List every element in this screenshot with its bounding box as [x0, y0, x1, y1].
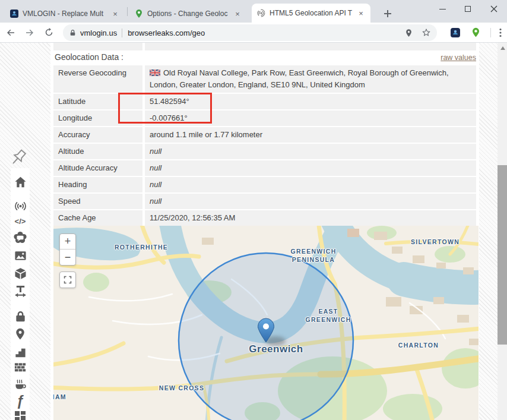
row-label: Altitude	[53, 144, 142, 159]
table-row: Accuracy around 1.1 mile or 1.77 kilomet…	[53, 127, 476, 143]
reload-button[interactable]	[40, 24, 57, 41]
table-row: Speed null	[53, 194, 476, 209]
table-row: Longitude -0.007661°	[53, 110, 476, 126]
map-label-rotherhithe: ROTHERHITHE	[115, 243, 168, 251]
sidebar-item-java[interactable]	[12, 375, 28, 392]
url-path: browserleaks.com/geo	[128, 29, 205, 37]
geolocation-indicator[interactable]	[404, 29, 413, 37]
scrollbar-up-arrow-icon[interactable]	[500, 46, 505, 50]
text-width-icon	[14, 284, 27, 298]
section-heading: Geolocation Data :	[55, 52, 123, 62]
map-label-new-cross: NEW CROSS	[159, 384, 204, 392]
tab-close-icon[interactable]: ×	[356, 8, 366, 18]
geolocation-table: Reverse Geocoding Old Royal Naval Colleg…	[53, 65, 476, 227]
plus-icon	[384, 10, 392, 18]
tab-title: HTML5 Geolocation API T	[270, 9, 353, 17]
browser-menu-button[interactable]	[493, 25, 507, 40]
close-button[interactable]	[481, 0, 507, 18]
lock-icon[interactable]	[69, 29, 77, 37]
sidebar-item-ip[interactable]	[12, 198, 28, 214]
sidebar-item-silverlight[interactable]	[12, 408, 28, 420]
fullscreen-button[interactable]	[59, 271, 76, 288]
tab-title: VMLOGIN - Replace Mult	[23, 10, 107, 18]
zoom-in-button[interactable]: +	[60, 234, 75, 250]
fingerprint-favicon-icon	[256, 8, 266, 18]
flower-chat-icon	[13, 230, 27, 245]
back-button[interactable]	[2, 24, 19, 41]
row-label: Altitude Accuracy	[53, 160, 142, 176]
uk-flag-icon	[150, 70, 160, 76]
zoom-out-button[interactable]: −	[60, 250, 75, 265]
highlight-box	[118, 93, 212, 124]
tab-vmlogin[interactable]: VMLOGIN - Replace Mult ×	[5, 5, 125, 23]
tab-divider	[127, 7, 128, 16]
map-canvas[interactable]: ROTHERHITHE GREENWICH PENINSULA SILVERTO…	[53, 226, 479, 420]
green-pin-favicon-icon	[134, 9, 144, 18]
sidebar-item-ssl[interactable]	[12, 308, 28, 324]
altitude-value: null	[145, 144, 476, 159]
map-graphics	[53, 226, 479, 420]
geolocation-extension-button[interactable]	[468, 25, 483, 40]
table-row: Cache Age 11/25/2020, 12:56:35 AM	[53, 210, 476, 226]
cube-icon	[14, 267, 27, 280]
sidebar-item-fonts[interactable]	[12, 283, 28, 299]
tab-options[interactable]: Options - Change Geoloc ×	[129, 5, 247, 23]
speed-value: null	[145, 194, 476, 209]
fullscreen-icon	[64, 276, 72, 284]
sidebar-item-javascript[interactable]: </>	[12, 213, 28, 229]
table-row: Altitude null	[53, 144, 476, 159]
tab-close-icon[interactable]: ×	[233, 9, 242, 18]
address-bar[interactable]: vmlogin.us browserleaks.com/geo	[63, 24, 437, 41]
tab-close-icon[interactable]: ×	[110, 9, 120, 18]
bookmark-button[interactable]	[422, 28, 431, 37]
minimize-icon	[439, 9, 446, 10]
browser-toolbar: vmlogin.us browserleaks.com/geo	[0, 23, 507, 43]
row-label: Heading	[53, 177, 142, 192]
map-label-greenwich-peninsula: GREENWICH PENINSULA	[290, 247, 336, 264]
forward-arrow-icon	[24, 27, 35, 38]
sidebar-item-flash[interactable]: ƒ	[12, 393, 28, 409]
vmlogin-favicon-icon	[9, 9, 19, 18]
code-icon: </>	[15, 217, 26, 226]
maximize-button[interactable]	[455, 0, 481, 18]
row-value: Old Royal Naval College, Park Row, East …	[145, 65, 476, 93]
table-row: Reverse Geocoding Old Royal Naval Colleg…	[53, 65, 476, 93]
bricks-icon	[13, 361, 27, 374]
sidebar-item-geolocation[interactable]	[12, 326, 28, 342]
geolocation-pin-icon	[404, 29, 413, 37]
image-icon	[14, 249, 27, 263]
tab-geolocation-active[interactable]: HTML5 Geolocation API T ×	[252, 4, 370, 23]
tab-strip: VMLOGIN - Replace Mult × Options - Chang…	[0, 0, 507, 23]
pushpin-icon	[8, 147, 30, 170]
sidebar-item-webgl[interactable]	[12, 265, 28, 282]
sidebar-item-canvas[interactable]	[12, 247, 28, 264]
row-label: Speed	[53, 194, 142, 209]
vmlogin-extension-icon	[450, 27, 461, 38]
row-label: Reverse Geocoding	[53, 65, 142, 93]
minimize-button[interactable]	[429, 0, 455, 18]
raw-values-link[interactable]: raw values	[441, 53, 476, 62]
table-row: Heading null	[53, 177, 476, 192]
new-tab-button[interactable]	[380, 6, 395, 21]
reverse-geocoding-value: Old Royal Naval College, Park Row, East …	[150, 68, 449, 89]
sidebar-item-firewall[interactable]	[12, 359, 28, 375]
table-row: Altitude Accuracy null	[53, 160, 476, 176]
location-pin-icon	[14, 327, 27, 341]
green-pin-extension-icon	[471, 27, 481, 37]
table-row: Latitude 51.482594°	[53, 94, 476, 109]
sidebar-item-home[interactable]	[12, 173, 28, 190]
partial-row-cell	[53, 43, 142, 50]
vmlogin-extension-button[interactable]	[448, 25, 463, 40]
coffee-icon	[13, 377, 27, 391]
scrollbar-thumb[interactable]	[498, 165, 507, 345]
close-icon	[490, 5, 498, 12]
forward-button[interactable]	[21, 24, 38, 41]
url-site: vmlogin.us	[80, 29, 117, 37]
sidebar-item-flash-chat[interactable]	[12, 229, 28, 246]
reload-icon	[44, 27, 54, 37]
toolbar-divider	[490, 28, 491, 37]
lock-icon	[14, 310, 27, 323]
tab-title: Options - Change Geoloc	[147, 10, 229, 18]
browser-window: VMLOGIN - Replace Mult × Options - Chang…	[0, 0, 507, 420]
sidebar-item-features[interactable]	[12, 343, 28, 360]
